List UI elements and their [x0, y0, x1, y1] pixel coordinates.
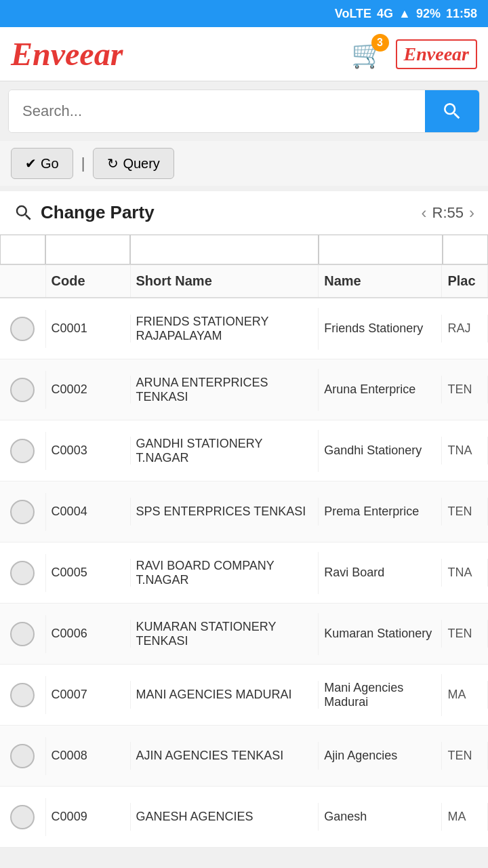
row-short-name-0: FRIENDS STATIONERY RAJAPALAYAM [131, 308, 319, 350]
search-bar [8, 90, 480, 133]
radio-circle-2 [10, 439, 35, 463]
refresh-icon: ↻ [107, 155, 119, 172]
row-radio-7[interactable] [0, 737, 46, 775]
th-place: Plac [442, 265, 488, 297]
change-party-title: Change Party [14, 202, 155, 223]
cart-badge: 3 [371, 34, 389, 52]
row-short-name-8: GANESH AGENCIES [131, 803, 319, 831]
radio-circle-1 [10, 378, 35, 402]
table-row[interactable]: C0005 RAVI BOARD COMPANY T.NAGAR Ravi Bo… [0, 542, 488, 604]
row-radio-2[interactable] [0, 432, 46, 470]
row-short-name-2: GANDHI STATIONERY T.NAGAR [131, 430, 319, 472]
row-short-name-6: MANI AGENCIES MADURAI [131, 681, 319, 709]
checkmark-icon: ✔ [25, 155, 37, 172]
row-short-name-7: AJIN AGENCIES TENKASI [131, 742, 319, 770]
filter-name[interactable] [319, 235, 442, 264]
filter-short-name[interactable] [130, 235, 319, 264]
prev-arrow[interactable]: ‹ [422, 203, 427, 222]
party-table: Code Short Name Name Plac C0001 FRIENDS … [0, 235, 488, 848]
battery-level: 92% [416, 7, 441, 21]
radio-circle-0 [10, 317, 35, 341]
row-name-2: Gandhi Stationery [319, 437, 442, 465]
row-radio-1[interactable] [0, 371, 46, 409]
network-indicator: VoLTE [335, 7, 371, 21]
table-row[interactable]: C0004 SPS ENTERPRICES TENKASI Prema Ente… [0, 481, 488, 542]
record-count: R:55 [432, 204, 464, 222]
row-radio-5[interactable] [0, 615, 46, 653]
search-party-icon [14, 203, 34, 223]
row-place-8: MA [442, 803, 488, 831]
row-code-1: C0002 [46, 376, 131, 403]
table-header: Code Short Name Name Plac [0, 265, 488, 298]
row-radio-6[interactable] [0, 676, 46, 714]
change-party-nav: ‹ R:55 › [422, 203, 474, 222]
status-bar: VoLTE 4G ▲ 92% 11:58 [0, 0, 488, 27]
go-button[interactable]: ✔ Go [11, 148, 73, 179]
table-row[interactable]: C0008 AJIN AGENCIES TENKASI Ajin Agencie… [0, 726, 488, 787]
row-name-1: Aruna Enterprice [319, 376, 442, 403]
search-icon [441, 100, 463, 122]
table-row[interactable]: C0001 FRIENDS STATIONERY RAJAPALAYAM Fri… [0, 298, 488, 359]
row-name-0: Friends Stationery [319, 315, 442, 342]
row-radio-3[interactable] [0, 493, 46, 531]
row-radio-4[interactable] [0, 554, 46, 592]
next-arrow[interactable]: › [469, 203, 474, 222]
search-button[interactable] [425, 90, 479, 132]
th-name: Name [319, 265, 442, 297]
toolbar-separator: | [81, 155, 85, 172]
cart-button[interactable]: 🛒 3 [351, 38, 385, 70]
th-select [0, 265, 46, 297]
search-input[interactable] [9, 90, 425, 132]
row-short-name-4: RAVI BOARD COMPANY T.NAGAR [131, 552, 319, 594]
app-header: Enveear 🛒 3 Enveear [0, 27, 488, 81]
row-code-8: C0009 [46, 803, 131, 831]
row-place-3: TEN [442, 498, 488, 526]
toolbar: ✔ Go | ↻ Query [0, 141, 488, 186]
table-body: C0001 FRIENDS STATIONERY RAJAPALAYAM Fri… [0, 298, 488, 848]
th-short-name: Short Name [131, 265, 319, 297]
row-radio-0[interactable] [0, 310, 46, 348]
row-name-4: Ravi Board [319, 559, 442, 587]
change-party-header: Change Party ‹ R:55 › [0, 191, 488, 235]
filter-code[interactable] [45, 235, 130, 264]
row-name-5: Kumaran Stationery [319, 620, 442, 648]
filter-place[interactable] [443, 235, 488, 264]
radio-circle-3 [10, 500, 35, 524]
row-short-name-5: KUMARAN STATIONERY TENKASI [131, 613, 319, 655]
signal-bars: ▲ [399, 7, 411, 21]
filter-row [0, 235, 488, 265]
row-code-7: C0008 [46, 742, 131, 770]
row-code-6: C0007 [46, 681, 131, 709]
row-place-6: MA [442, 681, 488, 709]
header-actions: 🛒 3 Enveear [351, 38, 477, 70]
row-radio-8[interactable] [0, 798, 46, 836]
radio-circle-6 [10, 683, 35, 707]
row-short-name-1: ARUNA ENTERPRICES TENKASI [131, 369, 319, 411]
row-place-4: TNA [442, 559, 488, 587]
row-place-0: RAJ [442, 315, 488, 342]
row-place-5: TEN [442, 620, 488, 648]
row-short-name-3: SPS ENTERPRICES TENKASI [131, 498, 319, 526]
row-code-3: C0004 [46, 498, 131, 526]
row-name-6: Mani Agencies Madurai [319, 674, 442, 716]
row-code-5: C0006 [46, 620, 131, 648]
table-row[interactable]: C0007 MANI AGENCIES MADURAI Mani Agencie… [0, 665, 488, 726]
radio-circle-7 [10, 744, 35, 768]
brand-logo-small: Enveear [396, 39, 477, 69]
row-place-1: TEN [442, 376, 488, 403]
signal-4g: 4G [377, 7, 393, 21]
radio-circle-5 [10, 622, 35, 646]
table-row[interactable]: C0003 GANDHI STATIONERY T.NAGAR Gandhi S… [0, 420, 488, 481]
table-row[interactable]: C0006 KUMARAN STATIONERY TENKASI Kumaran… [0, 604, 488, 665]
query-button[interactable]: ↻ Query [93, 148, 174, 179]
row-name-8: Ganesh [319, 803, 442, 831]
table-row[interactable]: C0002 ARUNA ENTERPRICES TENKASI Aruna En… [0, 359, 488, 420]
th-code: Code [46, 265, 131, 297]
table-row[interactable]: C0009 GANESH AGENCIES Ganesh MA [0, 787, 488, 848]
filter-radio [0, 235, 45, 264]
row-place-2: TNA [442, 437, 488, 465]
row-code-0: C0001 [46, 315, 131, 342]
radio-circle-4 [10, 561, 35, 585]
radio-circle-8 [10, 805, 35, 829]
row-code-4: C0005 [46, 559, 131, 587]
